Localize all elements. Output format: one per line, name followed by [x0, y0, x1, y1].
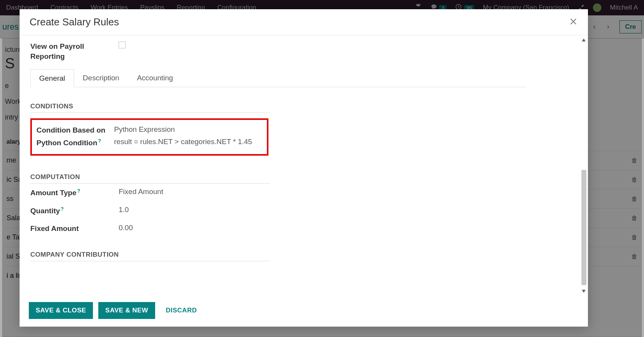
quantity-value[interactable]: 1.0	[119, 206, 129, 214]
fixed-amount-value[interactable]: 0.00	[119, 224, 133, 232]
condition-based-on-value[interactable]: Python Expression	[114, 125, 175, 134]
help-icon[interactable]: ?	[98, 138, 101, 144]
amount-type-label: Amount Type?	[30, 188, 111, 198]
tab-general[interactable]: General	[30, 69, 74, 87]
python-condition-label: Python Condition?	[36, 138, 106, 148]
conditions-highlight: Condition Based on Python Expression Pyt…	[30, 118, 268, 156]
create-salary-rules-modal: Create Salary Rules View on Payroll Repo…	[20, 9, 588, 327]
tabs: General Description Accounting	[30, 69, 526, 87]
quantity-label: Quantity?	[30, 206, 111, 216]
save-and-new-button[interactable]: SAVE & NEW	[98, 302, 155, 319]
modal-body[interactable]: View on Payroll Reporting General Descri…	[20, 35, 588, 296]
tab-description[interactable]: Description	[74, 69, 128, 87]
view-on-payroll-reporting-checkbox[interactable]	[119, 42, 126, 48]
section-company-contribution: COMPANY CONTRIBUTION	[30, 251, 270, 261]
tab-accounting[interactable]: Accounting	[128, 69, 182, 87]
fixed-amount-label: Fixed Amount	[30, 224, 111, 234]
close-icon[interactable]	[569, 17, 578, 28]
view-on-payroll-reporting-label: View on Payroll Reporting	[30, 42, 111, 61]
help-icon[interactable]: ?	[77, 188, 80, 194]
save-and-close-button[interactable]: SAVE & CLOSE	[29, 302, 93, 319]
section-conditions: CONDITIONS	[30, 103, 270, 113]
modal-title: Create Salary Rules	[30, 16, 119, 28]
help-icon[interactable]: ?	[61, 206, 64, 212]
discard-button[interactable]: DISCARD	[161, 302, 202, 319]
amount-type-value[interactable]: Fixed Amount	[119, 188, 163, 196]
scroll-up-icon[interactable]	[582, 38, 586, 42]
python-condition-value[interactable]: result = rules.NET > categories.NET * 1.…	[114, 138, 252, 146]
scroll-down-icon[interactable]	[582, 290, 586, 294]
condition-based-on-label: Condition Based on	[36, 125, 106, 135]
section-computation: COMPUTATION	[30, 173, 270, 184]
modal-footer: SAVE & CLOSE SAVE & NEW DISCARD	[20, 296, 588, 327]
scrollbar-thumb[interactable]	[581, 170, 586, 285]
